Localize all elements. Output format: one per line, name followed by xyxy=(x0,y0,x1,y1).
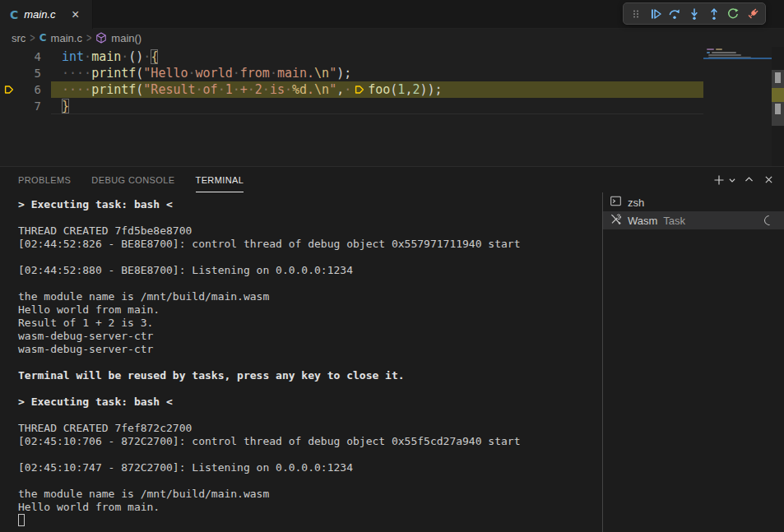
terminal-line: the module name is /mnt/build/main.wasm xyxy=(18,488,602,501)
terminal-list-item-zsh[interactable]: zsh xyxy=(603,193,784,211)
close-icon[interactable]: × xyxy=(67,7,84,23)
c-file-icon: C xyxy=(39,32,47,44)
code-text[interactable]: ····printf("Hello·world·from·main.\n"); xyxy=(51,65,703,81)
editor-tab-bar: C main.c × xyxy=(0,0,784,29)
terminal-line: [02:45:10:706 - 872C2700]: control threa… xyxy=(18,435,602,448)
terminal-line: [02:44:52:880 - BE8E8700]: Listening on … xyxy=(18,264,602,277)
terminal-line xyxy=(18,356,602,369)
terminal-line: Result of 1 + 2 is 3. xyxy=(18,317,602,330)
breadcrumb-item-symbol[interactable]: main() xyxy=(95,32,141,44)
tools-icon xyxy=(610,213,622,228)
tab-debug-console[interactable]: DEBUG CONSOLE xyxy=(91,167,174,192)
disconnect-button[interactable] xyxy=(744,4,762,23)
terminal-line xyxy=(18,251,602,264)
chevron-right-icon: > xyxy=(86,31,91,44)
editor-scrollbar[interactable] xyxy=(772,47,784,166)
terminal-line: the module name is /mnt/build/main.wasm xyxy=(18,290,602,303)
breadcrumb-item-src[interactable]: src xyxy=(12,32,26,44)
new-terminal-button[interactable] xyxy=(710,171,728,189)
breadcrumb-item-file[interactable]: C main.c xyxy=(39,32,82,44)
code-line-5[interactable]: 5····printf("Hello·world·from·main.\n"); xyxy=(0,65,703,81)
terminal-line xyxy=(18,448,602,461)
gutter-glyph-margin xyxy=(0,98,18,114)
gutter[interactable]: 6 xyxy=(0,81,51,98)
inline-stackframe-icon xyxy=(351,83,368,99)
bottom-panel: PROBLEMS DEBUG CONSOLE TERMINAL > Execut… xyxy=(0,166,784,532)
drag-handle-icon[interactable] xyxy=(627,4,645,23)
breadcrumb: src > C main.c > main() xyxy=(0,29,784,47)
loading-spinner-icon xyxy=(763,214,777,228)
terminal-line: [02:45:10:747 - 872C2700]: Listening on … xyxy=(18,461,602,474)
terminal-line xyxy=(18,409,602,422)
terminal-line: > Executing task: bash < xyxy=(18,198,602,211)
tab-terminal[interactable]: TERMINAL xyxy=(196,167,244,192)
gutter-glyph-margin xyxy=(0,65,18,81)
terminal-output[interactable]: > Executing task: bash < THREAD CREATED … xyxy=(0,192,602,532)
terminal-line: Terminal will be reused by tasks, press … xyxy=(18,369,602,382)
chevron-right-icon: > xyxy=(30,31,35,44)
restart-button[interactable] xyxy=(725,4,743,23)
debug-toolbar xyxy=(623,2,766,25)
gutter[interactable]: 4 xyxy=(0,49,51,65)
terminal-line: Hello world from main. xyxy=(18,501,602,514)
tab-main-c[interactable]: C main.c × xyxy=(0,0,93,29)
line-number: 6 xyxy=(18,81,41,98)
code-line-4[interactable]: 4int·main·()·{ xyxy=(0,49,703,65)
code-editor: 4int·main·()·{5····printf("Hello·world·f… xyxy=(0,47,784,166)
code-text[interactable]: ····printf("Result·of·1·+·2·is·%d.\n",·f… xyxy=(51,81,703,98)
step-into-button[interactable] xyxy=(685,4,703,23)
symbol-cube-icon xyxy=(95,32,107,44)
terminal-line: Hello world from main. xyxy=(18,303,602,317)
code-line-7[interactable]: 7} xyxy=(0,98,703,114)
minimap[interactable] xyxy=(703,47,772,166)
continue-button[interactable] xyxy=(647,4,665,23)
terminal-line xyxy=(18,474,602,488)
tab-problems[interactable]: PROBLEMS xyxy=(18,167,71,192)
gutter[interactable]: 5 xyxy=(0,65,51,81)
code-text[interactable]: } xyxy=(51,98,703,114)
terminal-line: THREAD CREATED 7fef872c2700 xyxy=(18,422,602,435)
terminal-line: THREAD CREATED 7fd5be8e8700 xyxy=(18,224,602,238)
code-text[interactable]: int·main·()·{ xyxy=(51,49,703,65)
debug-current-line-arrow-icon xyxy=(0,81,18,98)
terminal-line xyxy=(18,211,602,224)
panel-header: PROBLEMS DEBUG CONSOLE TERMINAL xyxy=(0,167,784,192)
line-number: 7 xyxy=(18,98,41,114)
minimap-highlight xyxy=(703,58,772,59)
code-lines[interactable]: 4int·main·()·{5····printf("Hello·world·f… xyxy=(0,47,703,166)
panel-actions xyxy=(710,167,777,192)
task-badge: Task xyxy=(663,215,685,227)
c-file-icon: C xyxy=(10,8,18,21)
terminal-line: [02:44:52:826 - BE8E8700]: control threa… xyxy=(18,238,602,251)
terminal-list: zsh Wasm Task xyxy=(603,192,784,532)
step-out-button[interactable] xyxy=(705,4,723,23)
tab-label: main.c xyxy=(24,8,55,21)
code-line-6[interactable]: 6····printf("Result·of·1·+·2·is·%d.\n",·… xyxy=(0,81,703,98)
terminal-line xyxy=(18,382,602,396)
maximize-panel-button[interactable] xyxy=(740,171,758,189)
terminal-line xyxy=(18,277,602,290)
gutter[interactable]: 7 xyxy=(0,98,51,114)
terminal-dropdown-chevron-icon[interactable] xyxy=(726,171,738,189)
gutter-glyph-margin xyxy=(0,49,18,65)
step-over-button[interactable] xyxy=(666,4,684,23)
terminal-icon xyxy=(610,195,622,210)
terminal-line: wasm-debug-server-ctr xyxy=(18,330,602,343)
terminal-line xyxy=(18,514,602,527)
terminal-list-item-wasm-task[interactable]: Wasm Task xyxy=(603,211,784,229)
line-number: 4 xyxy=(18,49,41,65)
terminal-line: wasm-debug-server-ctr xyxy=(18,343,602,356)
close-panel-button[interactable] xyxy=(759,171,777,189)
line-number: 5 xyxy=(18,65,41,81)
terminal-cursor xyxy=(18,514,25,526)
terminal-line: > Executing task: bash < xyxy=(18,396,602,409)
